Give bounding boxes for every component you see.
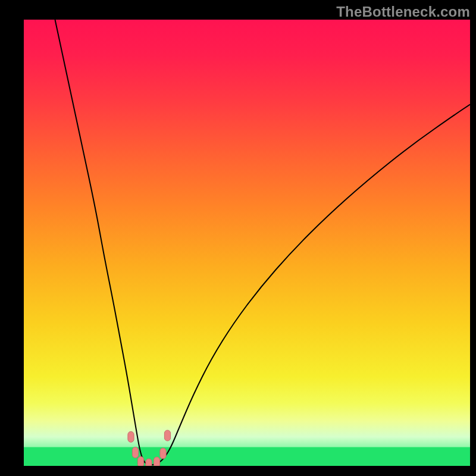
curve-marker	[164, 430, 170, 441]
curve-marker	[160, 448, 166, 459]
curve-marker	[154, 457, 159, 466]
curve-marker	[128, 431, 134, 442]
chart-svg	[24, 20, 470, 466]
watermark: TheBottleneck.com	[336, 4, 470, 20]
curve-marker	[137, 456, 143, 466]
curve-marker	[132, 447, 138, 458]
plot-area	[24, 20, 470, 466]
curve-marker	[146, 459, 152, 466]
green-band	[24, 447, 470, 466]
chart-frame: TheBottleneck.com	[0, 0, 476, 476]
gradient-background	[24, 20, 470, 466]
